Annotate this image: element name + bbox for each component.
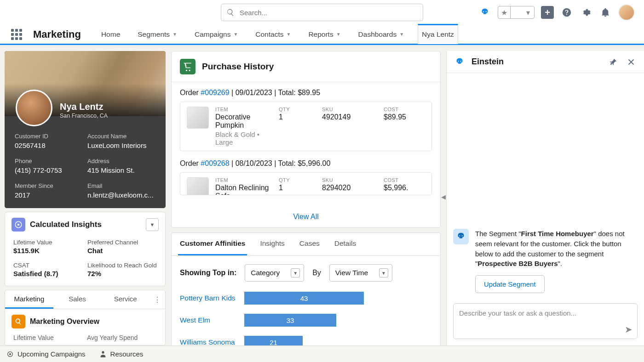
einstein-input[interactable]: Describe your task or ask a question... … [453, 303, 638, 339]
search-input[interactable] [221, 4, 423, 21]
profile-location: San Francisco, CA [60, 113, 108, 119]
more-icon[interactable]: ⋮ [150, 290, 165, 309]
affinities-card: Customer AffinitiesInsightsCasesDetails … [171, 232, 441, 362]
chevron-down-icon: ▼ [379, 268, 388, 277]
card-title: Marketing Overview [30, 317, 99, 326]
bell-icon[interactable] [599, 6, 612, 19]
global-header: ★▾ + [0, 0, 644, 25]
einstein-avatar-icon [453, 229, 469, 244]
chevron-down-icon: ▼ [336, 32, 341, 37]
item-thumbnail [187, 177, 209, 195]
search-icon [226, 8, 235, 17]
einstein-icon [453, 56, 466, 68]
einstein-icon[interactable] [478, 6, 491, 19]
order-header: Order #009269 | 09/01/2023 | Total: $89.… [180, 89, 432, 97]
svg-point-3 [9, 353, 11, 355]
by-select[interactable]: View Time▼ [329, 264, 392, 282]
nav-tab-contacts[interactable]: Contacts▼ [252, 24, 294, 45]
card-title: Purchase History [202, 62, 274, 72]
nav-tab-campaigns[interactable]: Campaigns▼ [191, 24, 242, 45]
field-value: (415) 772-0753 [15, 166, 83, 174]
affinity-tab-details[interactable]: Details [333, 233, 358, 255]
field-value: n.lentz@luxeloom.c... [87, 191, 155, 199]
order-item-row: ITEMDecorative PumpkinBlack & Gold • Lar… [180, 102, 432, 151]
global-search [221, 4, 423, 21]
nav-tab-reports[interactable]: Reports▼ [305, 24, 344, 45]
star-icon: ★ [498, 8, 510, 17]
send-icon[interactable]: ➤ [625, 324, 632, 335]
filter-label: Showing Top in: [180, 269, 236, 277]
einstein-panel: ◀ Einstein The Segment "First Time Homeb… [446, 51, 644, 345]
input-placeholder: Describe your task or ask a question... [459, 309, 576, 317]
profile-card: Nya Lentz San Francisco, CA Customer ID0… [5, 51, 166, 208]
profile-avatar [16, 90, 52, 126]
field-label: Account Name [87, 133, 155, 140]
metric-value: Satisfied (8.7) [13, 270, 83, 277]
metric-label: Lifetime Value [13, 239, 83, 246]
calculated-insights-card: Calculated Insights ▼ Lifetime Value$115… [5, 212, 166, 286]
chevron-down-icon: ▼ [172, 32, 177, 37]
order-item-row: ITEMDalton Reclining SofaQTY1SKU8294020C… [180, 172, 432, 195]
bar-label[interactable]: West Elm [180, 316, 244, 324]
field-value: 2017 [15, 191, 83, 199]
affinity-tab-customer-affinities[interactable]: Customer Affinities [178, 233, 247, 255]
field-label: Address [87, 158, 155, 164]
app-launcher-icon[interactable] [11, 29, 22, 40]
view-all-link[interactable]: View All [293, 213, 319, 221]
nav-tab-nya-lentz[interactable]: Nya Lentz [418, 24, 458, 44]
nav-tab-segments[interactable]: Segments▼ [134, 24, 181, 45]
help-icon[interactable] [560, 6, 573, 19]
field-value: 415 Mission St. [87, 166, 155, 174]
chevron-down-icon: ▼ [399, 32, 404, 37]
field-label: Phone [15, 158, 83, 164]
affinity-tab-insights[interactable]: Insights [258, 233, 286, 255]
upcoming-campaigns-button[interactable]: Upcoming Campaigns [6, 350, 86, 358]
bar-row: West Elm33 [180, 314, 432, 327]
insights-icon [12, 218, 25, 232]
order-link[interactable]: #009269 [201, 89, 229, 96]
chevron-down-icon: ▼ [286, 32, 291, 37]
nav-tab-home[interactable]: Home [98, 24, 124, 45]
left-tab-sales[interactable]: Sales [53, 290, 102, 309]
app-nav: Marketing HomeSegments▼Campaigns▼Contact… [0, 25, 644, 45]
overview-card: MarketingSalesService⋮ Marketing Overvie… [5, 290, 166, 345]
order-link[interactable]: #009268 [201, 159, 229, 167]
favorites-toggle[interactable]: ★▾ [498, 6, 535, 19]
chevron-down-icon: ▼ [233, 32, 238, 37]
gear-icon[interactable] [580, 6, 592, 19]
purchase-history-card: Purchase History Order #009269 | 09/01/2… [171, 51, 441, 228]
app-name: Marketing [33, 28, 81, 40]
bar-label[interactable]: Pottery Barn Kids [180, 294, 244, 302]
utility-bar: Upcoming Campaigns Resources [0, 345, 644, 362]
chevron-down-icon: ▼ [291, 268, 300, 277]
bar-value: 33 [244, 314, 336, 327]
column-header: Avg Yearly Spend [87, 334, 157, 341]
metric-label: Preferred Channel [87, 239, 157, 246]
column-header: Lifetime Value [13, 334, 83, 341]
pin-icon[interactable] [606, 56, 619, 68]
add-button[interactable]: + [541, 6, 554, 19]
metric-value: 72% [87, 270, 157, 277]
chevron-down-icon: ▾ [522, 8, 534, 17]
card-title: Calculated Insights [30, 220, 102, 229]
card-menu-button[interactable]: ▼ [146, 218, 159, 231]
bar-row: Pottery Barn Kids43 [180, 292, 432, 305]
close-icon[interactable] [625, 56, 638, 68]
profile-hero-image: Nya Lentz San Francisco, CA [5, 51, 166, 116]
left-tab-service[interactable]: Service [101, 290, 150, 309]
metric-label: Likelihood to Reach Gold [87, 262, 157, 269]
field-label: Member Since [15, 182, 83, 189]
category-select[interactable]: Category▼ [245, 264, 304, 282]
nav-tab-dashboards[interactable]: Dashboards▼ [355, 24, 408, 45]
resources-button[interactable]: Resources [99, 350, 144, 358]
bar-value: 43 [244, 292, 364, 305]
metric-value: Chat [87, 247, 157, 255]
user-avatar[interactable] [618, 4, 635, 21]
update-segment-button[interactable]: Update Segment [475, 275, 545, 293]
field-value: LuxeLoom Interiors [87, 141, 155, 149]
filter-label: By [312, 269, 321, 277]
field-label: Customer ID [15, 133, 83, 140]
einstein-message: The Segment "First Time Homebuyer" does … [475, 229, 638, 293]
affinity-tab-cases[interactable]: Cases [298, 233, 322, 255]
left-tab-marketing[interactable]: Marketing [5, 290, 53, 309]
